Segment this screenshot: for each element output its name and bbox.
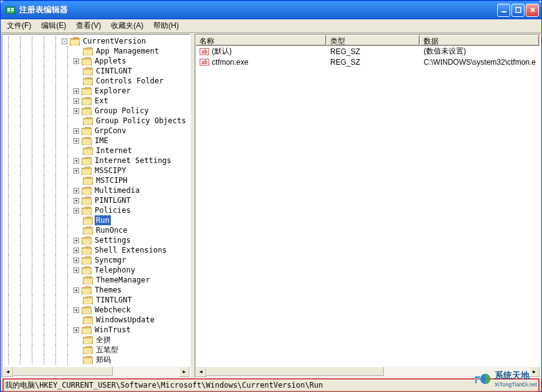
close-button[interactable] xyxy=(526,4,539,17)
tree-label[interactable]: MSTCIPH xyxy=(95,175,129,185)
tree-label[interactable]: ThemeManager xyxy=(95,275,151,285)
tree-node[interactable]: +Multimedia xyxy=(2,185,189,195)
scroll-right-button[interactable]: ► xyxy=(179,366,189,377)
expand-icon[interactable]: + xyxy=(74,307,79,313)
tree-node[interactable]: CINTLGNT xyxy=(2,66,189,76)
tree-label[interactable]: GrpConv xyxy=(93,126,128,136)
menu-edit[interactable]: 编辑(E) xyxy=(36,19,71,32)
tree-label[interactable]: MSSCIPY xyxy=(93,166,128,175)
expand-icon[interactable]: + xyxy=(74,108,79,114)
titlebar[interactable]: 注册表编辑器 xyxy=(1,1,541,19)
tree-label[interactable]: Run xyxy=(95,215,111,225)
tree-label[interactable]: Applets xyxy=(93,56,128,66)
expand-icon[interactable]: + xyxy=(74,258,79,263)
tree-label[interactable]: Multimedia xyxy=(93,185,141,195)
menu-favorites[interactable]: 收藏夹(A) xyxy=(106,19,148,32)
tree-label[interactable]: IME xyxy=(93,136,110,146)
menu-help[interactable]: 帮助(H) xyxy=(148,19,184,32)
tree-label[interactable]: CurrentVersion xyxy=(82,36,147,46)
tree-node[interactable]: ThemeManager xyxy=(2,275,189,285)
expand-icon[interactable]: + xyxy=(74,128,79,134)
header-data[interactable]: 数据 xyxy=(420,35,540,45)
tree-node[interactable]: +Internet Settings xyxy=(2,156,189,166)
tree-node[interactable]: +Shell Extensions xyxy=(2,245,189,255)
tree-label[interactable]: Internet xyxy=(95,146,133,156)
expand-icon[interactable]: + xyxy=(74,138,79,144)
minimize-button[interactable] xyxy=(497,4,510,17)
expand-icon[interactable]: + xyxy=(74,238,79,243)
tree-node[interactable]: +Telephony xyxy=(2,265,189,275)
list-row[interactable]: abctfmon.exe REG_SZ C:\WINDOWS\system32\… xyxy=(196,57,540,67)
expand-icon[interactable]: + xyxy=(74,188,79,194)
tree-node[interactable]: +Explorer xyxy=(2,86,189,96)
tree-label[interactable]: WindowsUpdate xyxy=(95,315,156,325)
tree-node[interactable]: Internet xyxy=(2,146,189,156)
tree-label[interactable]: Group Policy xyxy=(93,106,150,116)
expand-icon[interactable]: + xyxy=(74,287,79,293)
expand-icon[interactable]: + xyxy=(74,327,79,333)
tree-node[interactable]: 全拼 xyxy=(2,335,189,345)
tree-label[interactable]: Settings xyxy=(93,235,132,245)
tree-label[interactable]: Controls Folder xyxy=(95,76,164,86)
tree-node[interactable]: Group Policy Objects xyxy=(2,116,189,126)
tree-node[interactable]: TINTLGNT xyxy=(2,295,189,305)
tree-label[interactable]: Syncmgr xyxy=(93,255,128,265)
tree-node[interactable]: App Management xyxy=(2,46,189,56)
tree-node[interactable]: +MSSCIPY xyxy=(2,166,189,175)
tree-hscrollbar[interactable]: ◄ ► xyxy=(2,366,189,377)
tree-node[interactable]: 郑码 xyxy=(2,355,189,365)
tree-node[interactable]: +Applets xyxy=(2,56,189,66)
scroll-left-button[interactable]: ◄ xyxy=(196,366,206,377)
tree-label[interactable]: 五笔型 xyxy=(95,345,120,355)
tree-label[interactable]: Ext xyxy=(93,96,110,106)
tree-node[interactable]: +Ext xyxy=(2,96,189,106)
tree-node[interactable]: WindowsUpdate xyxy=(2,315,189,325)
splitter[interactable] xyxy=(191,33,194,379)
tree-label[interactable]: Explorer xyxy=(93,86,132,96)
scroll-thumb[interactable] xyxy=(13,366,113,376)
expand-icon[interactable]: + xyxy=(74,98,79,104)
tree-label[interactable]: 郑码 xyxy=(95,355,112,365)
expand-icon[interactable]: + xyxy=(74,88,79,94)
scroll-left-button[interactable]: ◄ xyxy=(2,366,13,377)
tree-node[interactable]: +GrpConv xyxy=(2,126,189,136)
tree-node-root[interactable]: -CurrentVersion xyxy=(2,36,189,46)
tree-node[interactable]: RunOnce xyxy=(2,225,189,235)
expand-icon[interactable]: + xyxy=(74,158,79,164)
tree-label[interactable]: App Management xyxy=(95,46,160,56)
tree-label[interactable]: Webcheck xyxy=(93,305,132,315)
tree-node[interactable]: +Themes xyxy=(2,285,189,295)
tree-node[interactable]: +Webcheck xyxy=(2,305,189,315)
list-row[interactable]: ab(默认) REG_SZ (数值未设置) xyxy=(196,46,540,57)
tree-label[interactable]: 全拼 xyxy=(95,335,112,345)
tree-node[interactable]: Run xyxy=(2,215,189,225)
tree-node[interactable]: MSTCIPH xyxy=(2,175,189,185)
expand-icon[interactable]: + xyxy=(74,198,79,203)
expand-icon[interactable]: + xyxy=(74,248,79,253)
tree-label[interactable]: Shell Extensions xyxy=(93,245,168,255)
tree-label[interactable]: Internet Settings xyxy=(93,156,173,166)
tree-label[interactable]: Policies xyxy=(93,205,132,215)
header-name[interactable]: 名称 xyxy=(196,35,326,45)
expand-icon[interactable]: + xyxy=(74,168,79,174)
tree-node[interactable]: 五笔型 xyxy=(2,345,189,355)
header-type[interactable]: 类型 xyxy=(326,35,420,45)
expand-icon[interactable]: + xyxy=(74,58,79,64)
menu-file[interactable]: 文件(F) xyxy=(2,19,36,32)
tree-label[interactable]: Themes xyxy=(93,285,123,295)
tree-node[interactable]: Controls Folder xyxy=(2,76,189,86)
tree-label[interactable]: RunOnce xyxy=(95,225,129,235)
tree-label[interactable]: Telephony xyxy=(93,265,136,275)
list-body[interactable]: ab(默认) REG_SZ (数值未设置) abctfmon.exe REG_S… xyxy=(196,46,540,366)
tree-node[interactable]: +Syncmgr xyxy=(2,255,189,265)
tree-label[interactable]: TINTLGNT xyxy=(95,295,133,305)
tree-label[interactable]: Group Policy Objects xyxy=(95,116,188,126)
tree-scroll[interactable]: -CurrentVersionApp Management+AppletsCIN… xyxy=(2,35,189,366)
scroll-thumb[interactable] xyxy=(206,366,384,376)
scroll-track[interactable] xyxy=(13,366,179,377)
expand-icon[interactable]: + xyxy=(74,208,79,213)
expand-icon[interactable]: + xyxy=(74,268,79,273)
tree-node[interactable]: +WinTrust xyxy=(2,325,189,335)
tree-label[interactable]: PINTLGNT xyxy=(93,195,132,205)
maximize-button[interactable] xyxy=(511,4,525,17)
